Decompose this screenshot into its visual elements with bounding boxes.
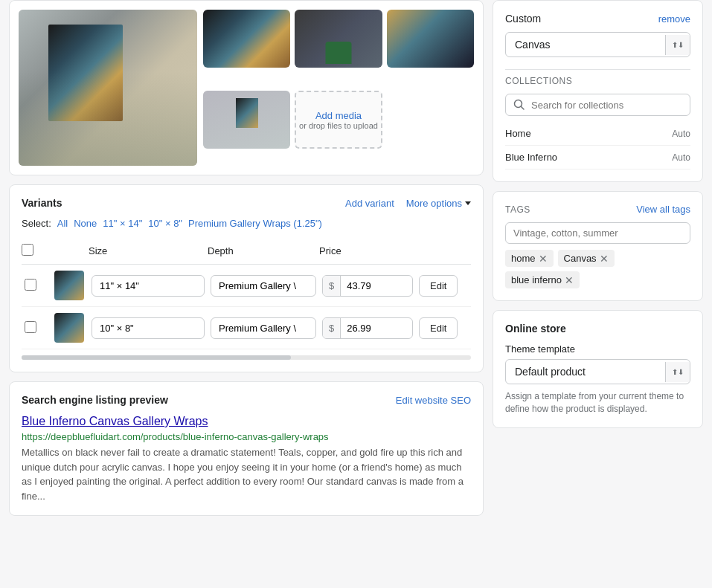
variant-depth-input-2[interactable]: [211, 317, 316, 339]
variant-size-input-2[interactable]: [92, 317, 205, 339]
thumbnail-4[interactable]: [203, 91, 290, 149]
thumbnail-grid: [203, 10, 474, 85]
select-all-link[interactable]: All: [57, 218, 68, 229]
theme-select-arrow-icon: ⬆⬇: [665, 362, 690, 382]
tag-canvas: Canvas ✕: [558, 250, 615, 267]
tag-blue-inferno: blue inferno ✕: [505, 271, 580, 288]
media-gallery: Add media or drop files to upload: [9, 0, 484, 175]
select-11x14-link[interactable]: 11" × 14": [103, 218, 142, 229]
view-all-tags-button[interactable]: View all tags: [636, 204, 690, 215]
remove-custom-button[interactable]: remove: [658, 13, 690, 25]
select-all-checkbox[interactable]: [22, 244, 33, 256]
collections-section-label: COLLECTIONS: [505, 76, 690, 86]
main-product-image[interactable]: [19, 10, 197, 166]
price-currency-symbol-2: $: [323, 318, 341, 338]
collections-section: COLLECTIONS Home Auto Blue Inferno Auto: [505, 76, 690, 169]
theme-help-text: Assign a template from your current them…: [505, 390, 690, 416]
collection-home-badge: Auto: [672, 129, 690, 139]
table-row: $ Edit: [22, 307, 471, 349]
custom-label: Custom: [505, 13, 541, 25]
left-column: Add media or drop files to upload Varian…: [0, 0, 493, 588]
thumbnail-1[interactable]: [203, 10, 290, 68]
table-row: $ Edit: [22, 265, 471, 307]
variant-price-input-2[interactable]: [341, 318, 393, 338]
select-none-link[interactable]: None: [74, 218, 97, 229]
remove-blue-inferno-tag-button[interactable]: ✕: [565, 275, 574, 285]
remove-canvas-tag-button[interactable]: ✕: [600, 253, 609, 264]
seo-description: Metallics on black never fail to create …: [22, 445, 471, 503]
thumbnail-3[interactable]: [387, 10, 474, 68]
collection-blue-inferno-badge: Auto: [672, 152, 690, 163]
add-media-button[interactable]: Add media or drop files to upload: [295, 91, 382, 149]
theme-template-select[interactable]: Default product: [506, 360, 665, 384]
tags-card: TAGS View all tags home ✕ Canvas ✕ blue …: [493, 191, 703, 301]
tags-list: home ✕ Canvas ✕ blue inferno ✕: [505, 250, 690, 288]
online-store-card: Online store Theme template Default prod…: [493, 310, 703, 428]
collection-blue-inferno-name: Blue Inferno: [505, 152, 557, 163]
collection-blue-inferno-item: Blue Inferno Auto: [505, 146, 690, 169]
select-arrow-icon: ⬆⬇: [665, 35, 690, 55]
collection-home-item: Home Auto: [505, 122, 690, 146]
seo-section: Search engine listing preview Edit websi…: [9, 381, 484, 516]
tag-home: home ✕: [505, 250, 554, 267]
theme-template-label: Theme template: [505, 343, 690, 355]
collection-home-name: Home: [505, 128, 531, 139]
select-label: Select:: [22, 218, 51, 229]
variant-edit-button-2[interactable]: Edit: [419, 317, 458, 339]
seo-link-title[interactable]: Blue Inferno Canvas Gallery Wraps: [22, 415, 471, 428]
variant-image-1: [54, 271, 84, 300]
search-icon: [513, 99, 525, 111]
variant-size-input-1[interactable]: [92, 275, 205, 297]
variant-edit-button-1[interactable]: Edit: [419, 275, 458, 297]
tags-input-wrap: [505, 222, 690, 244]
remove-home-tag-button[interactable]: ✕: [539, 253, 548, 264]
collections-search-wrap: [505, 94, 690, 116]
online-store-title: Online store: [505, 323, 690, 335]
add-variant-button[interactable]: Add variant: [345, 198, 394, 209]
variant-image-2: [54, 313, 84, 343]
variants-title: Variants: [22, 197, 62, 209]
variants-table: Size Depth Price: [22, 238, 471, 349]
thumbnail-row-2: Add media or drop files to upload: [203, 91, 474, 166]
custom-collections-card: Custom remove Canvas ⬆⬇ COLLECTIONS: [493, 0, 703, 182]
select-premium-gallery-link[interactable]: Premium Gallery Wraps (1.25"): [188, 218, 322, 229]
chevron-down-icon: [465, 201, 471, 205]
horizontal-scrollbar[interactable]: [22, 355, 471, 360]
tags-input[interactable]: [513, 227, 682, 239]
collections-search-input[interactable]: [531, 100, 682, 111]
edit-seo-button[interactable]: Edit website SEO: [396, 395, 471, 406]
variant-price-input-1[interactable]: [341, 276, 393, 296]
variant-row-2-checkbox[interactable]: [25, 321, 36, 333]
price-column-header: Price: [319, 238, 416, 265]
price-currency-symbol-1: $: [323, 276, 341, 296]
size-column-header: Size: [89, 238, 208, 265]
select-10x8-link[interactable]: 10" × 8": [148, 218, 182, 229]
right-panel: Custom remove Canvas ⬆⬇ COLLECTIONS: [493, 0, 712, 588]
variant-depth-input-1[interactable]: [211, 275, 316, 297]
custom-type-select[interactable]: Canvas: [506, 33, 665, 56]
depth-column-header: Depth: [208, 238, 319, 265]
thumbnail-2[interactable]: [295, 10, 382, 68]
variant-row-1-checkbox[interactable]: [25, 279, 36, 291]
tags-section-label: TAGS: [505, 204, 530, 215]
more-options-button[interactable]: More options: [406, 198, 471, 209]
seo-url: https://deepbluefluidart.com/products/bl…: [22, 431, 471, 442]
seo-section-title: Search engine listing preview: [22, 394, 168, 406]
variants-section: Variants Add variant More options Select…: [9, 184, 484, 372]
